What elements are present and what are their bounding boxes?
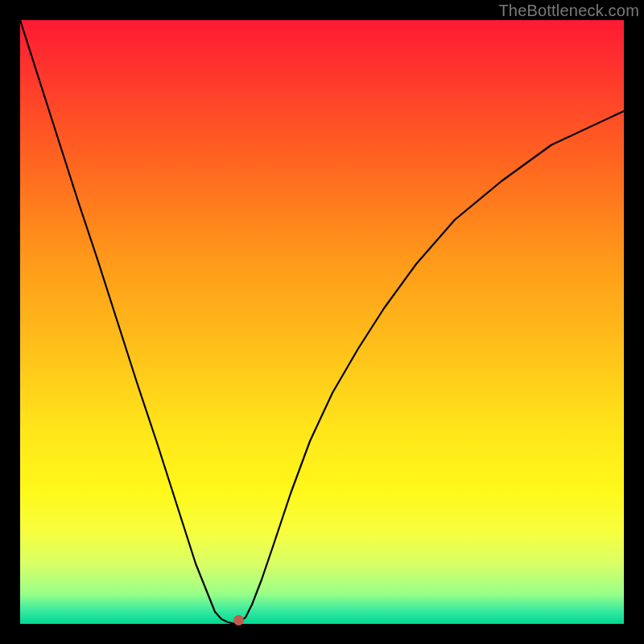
watermark-text: TheBottleneck.com bbox=[498, 2, 639, 20]
curve-path bbox=[20, 20, 624, 624]
chart-frame: TheBottleneck.com bbox=[0, 0, 644, 644]
curve-layer bbox=[20, 20, 624, 624]
optimal-point-marker bbox=[233, 615, 244, 625]
